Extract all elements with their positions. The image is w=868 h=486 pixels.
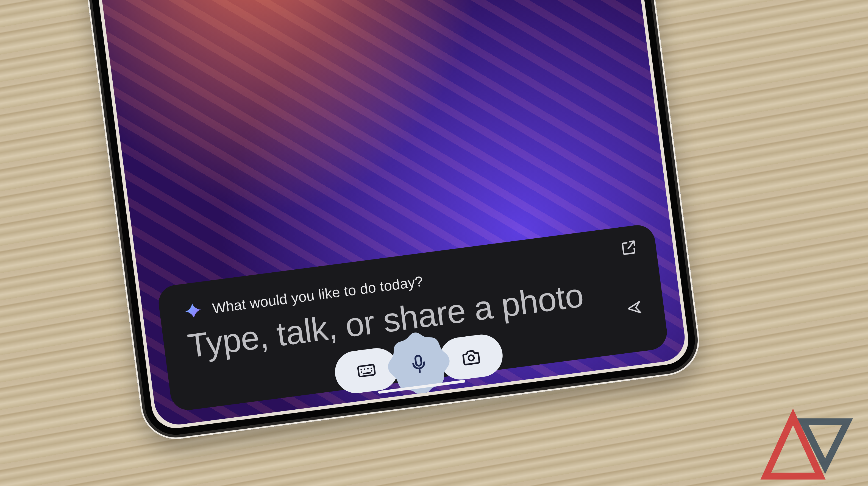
svg-point-2 [468,355,474,361]
gemini-sparkle-icon [182,300,204,321]
svg-rect-0 [358,365,375,377]
assistant-panel: What would you like to do today? Type, t… [157,223,669,412]
phone-frame: What would you like to do today? Type, t… [78,0,704,444]
send-sparkle-icon[interactable] [625,299,644,317]
svg-rect-1 [415,355,422,366]
open-in-new-icon[interactable] [619,238,639,258]
phone-screen: What would you like to do today? Type, t… [94,0,687,427]
watermark-logo [756,407,855,478]
